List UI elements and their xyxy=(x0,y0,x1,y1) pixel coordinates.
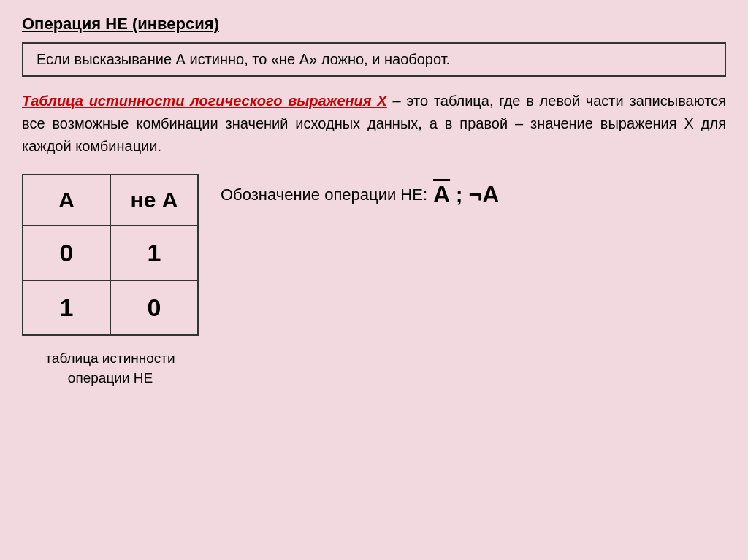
notation-label-text: Обозначение операции НЕ: xyxy=(221,185,427,204)
col-header-a: А xyxy=(23,174,110,226)
cell-nota-0: 0 xyxy=(110,280,198,335)
table-row: 1 0 xyxy=(23,280,198,335)
main-content: А не А 0 1 1 0 таблица истинности операц… xyxy=(22,174,726,388)
notation-section: Обозначение операции НЕ: А ; ¬А xyxy=(221,174,499,208)
cell-a-1: 1 xyxy=(23,280,110,335)
highlighted-term: Таблица истинности логического выражения… xyxy=(22,93,387,109)
definition-box: Если высказывание А истинно, то «не А» л… xyxy=(22,42,726,77)
table-row: 0 1 xyxy=(23,226,198,280)
page-title: Операция НЕ (инверсия) xyxy=(22,15,726,34)
truth-table: А не А 0 1 1 0 xyxy=(22,174,199,336)
overline-a-symbol: А xyxy=(433,181,450,208)
table-header-row: А не А xyxy=(23,174,198,226)
table-caption-line2: операции НЕ xyxy=(45,369,175,388)
neg-a-symbol: ¬А xyxy=(468,181,499,208)
table-caption: таблица истинности операции НЕ xyxy=(45,349,175,388)
cell-a-0: 0 xyxy=(23,226,110,280)
table-section: А не А 0 1 1 0 таблица истинности операц… xyxy=(22,174,199,388)
table-caption-line1: таблица истинности xyxy=(45,349,175,369)
cell-nota-1: 1 xyxy=(110,226,198,280)
page-container: Операция НЕ (инверсия) Если высказывание… xyxy=(0,0,748,560)
description-paragraph: Таблица истинности логического выражения… xyxy=(22,90,726,158)
col-header-not-a: не А xyxy=(110,174,198,226)
semicolon-symbol: ; xyxy=(456,183,462,207)
definition-text: Если высказывание А истинно, то «не А» л… xyxy=(37,51,450,67)
